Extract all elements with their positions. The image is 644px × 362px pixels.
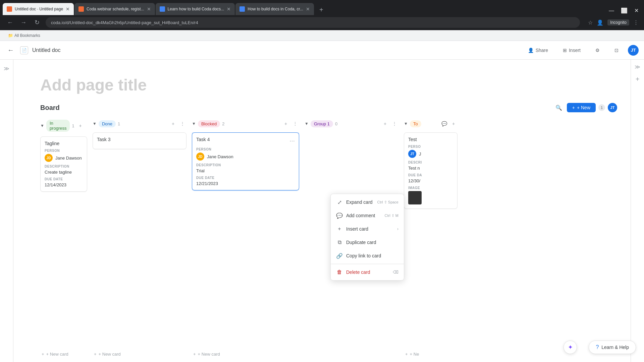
- col-add-done[interactable]: +: [169, 120, 177, 128]
- col-arrow-blocked[interactable]: ▼: [192, 121, 196, 126]
- forward-btn[interactable]: →: [19, 18, 28, 27]
- settings-btn[interactable]: ⚙: [590, 46, 605, 55]
- col-header-in-progress: ▼ In progress 1 + ⋮: [40, 118, 87, 133]
- minimize-btn[interactable]: —: [609, 8, 614, 14]
- board-search-btn[interactable]: 🔍: [553, 102, 564, 113]
- new-card-blocked[interactable]: + + New card: [192, 349, 299, 359]
- learn-help-label: Learn & Help: [601, 345, 629, 350]
- ctx-expand-card[interactable]: ⤢ Expand card Ctrl ⇧ Space: [331, 195, 404, 209]
- col-arrow-to[interactable]: ▼: [404, 121, 408, 126]
- back-btn[interactable]: ←: [5, 18, 15, 27]
- tab-close-4[interactable]: ✕: [306, 6, 310, 12]
- card-task4-person-label: PERSON: [196, 147, 295, 151]
- col-count-blocked: 2: [222, 121, 224, 126]
- card-task3[interactable]: Task 3: [93, 132, 186, 149]
- share-icon: 👤: [528, 48, 534, 53]
- col-add-blocked[interactable]: +: [282, 120, 290, 128]
- bookmark-icon[interactable]: ☆: [588, 19, 593, 26]
- profile-icon[interactable]: 👤: [597, 19, 603, 26]
- card-task3-title: Task 3: [97, 137, 182, 142]
- refresh-btn[interactable]: ↻: [32, 18, 42, 27]
- kanban-col-blocked: ▼ Blocked 2 + ⋮ Task 4 ⋯: [192, 118, 299, 359]
- url-input[interactable]: coda.io/d/Untitled-doc_dk4MaGh2h6p/Untit…: [46, 17, 580, 28]
- col-menu-group1[interactable]: ⋮: [390, 120, 398, 128]
- copy-link-icon: 🔗: [336, 252, 343, 259]
- new-card-to[interactable]: + + Ne: [404, 349, 458, 359]
- col-header-group1: ▼ Group 1 0 + ⋮: [305, 118, 398, 129]
- sidebar-toggle: ≫: [0, 60, 13, 362]
- col-arrow-done[interactable]: ▼: [93, 121, 97, 126]
- col-arrow-group1[interactable]: ▼: [305, 121, 309, 126]
- ctx-copy-link[interactable]: 🔗 Copy link to card: [331, 249, 404, 262]
- col-comment-to[interactable]: 💬: [440, 120, 448, 128]
- card-test-image: [408, 191, 422, 204]
- col-actions-in-progress: + ⋮: [76, 122, 87, 130]
- bookmark-folder-icon: 📁: [8, 33, 13, 38]
- bookmark-all[interactable]: 📁 All Bookmarks: [5, 32, 43, 39]
- card-test[interactable]: Test PERSO JT J DESCRI Test n DUE DA 12/…: [404, 132, 458, 209]
- ai-assistant-btn[interactable]: ✦: [564, 341, 577, 354]
- ctx-add-comment[interactable]: 💬 Add comment Ctrl ⇧ M: [331, 209, 404, 222]
- right-panel-toggle-btn[interactable]: ≫: [635, 64, 640, 70]
- ctx-insert-arrow: ›: [397, 227, 398, 231]
- extensions-icon[interactable]: ⋮: [633, 19, 639, 26]
- view-toggle-btn[interactable]: ⊡: [609, 46, 624, 55]
- app-back-btn[interactable]: ←: [5, 45, 16, 56]
- tab-favicon-4: [239, 6, 245, 12]
- right-panel-add-btn[interactable]: +: [636, 75, 640, 83]
- insert-btn[interactable]: ⊞ Insert: [557, 46, 586, 55]
- card-task4-person: JD Jane Dawson: [196, 153, 295, 161]
- address-right: ☆ 👤 Incognito ⋮: [588, 19, 639, 26]
- new-record-btn[interactable]: + + New: [567, 103, 596, 112]
- kanban-col-in-progress: ▼ In progress 1 + ⋮ Tagline PERSON: [40, 118, 87, 359]
- user-avatar[interactable]: JT: [628, 45, 639, 56]
- col-label-in-progress: In progress: [46, 120, 70, 132]
- tab-2[interactable]: Coda webinar schedule, regist... ✕: [74, 3, 155, 15]
- ctx-delete-card[interactable]: 🗑 Delete card ⌫: [331, 265, 404, 279]
- col-menu-blocked[interactable]: ⋮: [291, 120, 299, 128]
- sidebar-toggle-btn[interactable]: ≫: [2, 64, 11, 73]
- tab-title-3: Learn how to build Coda docs...: [168, 7, 224, 11]
- tab-close-3[interactable]: ✕: [227, 6, 231, 12]
- col-add-to[interactable]: +: [449, 120, 458, 128]
- board-controls: 🔍 + + New 1 JT: [553, 102, 617, 113]
- tab-4[interactable]: How to build docs in Coda, cr... ✕: [235, 3, 314, 15]
- tab-3[interactable]: Learn how to build Coda docs... ✕: [156, 3, 235, 15]
- col-add-group1[interactable]: +: [381, 120, 389, 128]
- card-task4-due-date: 12/21/2023: [196, 181, 295, 186]
- card-task4-desc-label: DESCRIPTION: [196, 163, 295, 167]
- col-arrow-in-progress[interactable]: ▼: [40, 123, 44, 128]
- kanban-col-done: ▼ Done 1 + ⋮ Task 3 +: [93, 118, 186, 359]
- person-avatar-task4-jd: JD: [196, 153, 204, 161]
- tab-close-1[interactable]: ✕: [66, 6, 70, 12]
- kanban-col-to: ▼ To 💬 + Test PERSO JT: [404, 118, 458, 359]
- col-header-to: ▼ To 💬 +: [404, 118, 458, 129]
- card-test-due-date: 12/30/: [408, 178, 453, 183]
- ctx-insert-card[interactable]: + Insert card ›: [331, 222, 404, 236]
- ctx-duplicate-card[interactable]: ⧉ Duplicate card: [331, 236, 404, 249]
- col-add-in-progress[interactable]: +: [76, 122, 85, 130]
- card-tagline[interactable]: Tagline PERSON JD Jane Dawson DESCRIPTIO…: [40, 136, 87, 192]
- card-task4-menu-btn[interactable]: ⋯: [289, 138, 295, 144]
- tab-1[interactable]: Untitled doc · Untitled page ✕: [3, 3, 74, 15]
- new-tab-btn[interactable]: +: [316, 4, 327, 15]
- new-card-in-progress[interactable]: + + New card: [40, 349, 87, 359]
- tab-title-2: Coda webinar schedule, regist...: [87, 7, 144, 11]
- card-tagline-description: Create tagline: [45, 170, 83, 175]
- new-card-done[interactable]: + + New card: [93, 349, 186, 359]
- tab-close-2[interactable]: ✕: [147, 6, 151, 12]
- board-header: Board 🔍 + + New 1 JT: [40, 102, 617, 113]
- close-btn[interactable]: ✕: [634, 7, 639, 14]
- tab-title-1: Untitled doc · Untitled page: [15, 7, 63, 11]
- col-menu-done[interactable]: ⋮: [178, 120, 186, 128]
- new-card-done-icon: +: [94, 352, 97, 357]
- share-btn[interactable]: 👤 Share: [523, 46, 553, 55]
- page-title-area: Add page title: [13, 60, 644, 102]
- col-menu-in-progress[interactable]: ⋮: [86, 122, 87, 130]
- learn-help-btn[interactable]: ? Learn & Help: [589, 341, 636, 354]
- card-task4[interactable]: Task 4 ⋯ PERSON JD Jane Dawson DESCRIPTI…: [192, 132, 299, 190]
- incognito-badge: Incognito: [607, 19, 629, 25]
- page-title-placeholder[interactable]: Add page title: [40, 76, 617, 94]
- kanban-board: ▼ In progress 1 + ⋮ Tagline PERSON: [40, 118, 617, 362]
- maximize-btn[interactable]: ⬜: [621, 7, 628, 14]
